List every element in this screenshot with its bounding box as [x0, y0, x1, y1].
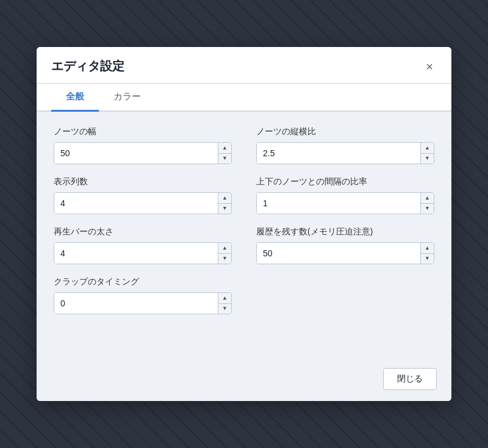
spinbox-note-aspect: ▲ ▼: [256, 142, 434, 164]
spinbox-bar-thickness: ▲ ▼: [54, 242, 232, 264]
label-clap-timing: クラップのタイミング: [54, 276, 232, 287]
spin-up-note-spacing[interactable]: ▲: [421, 193, 434, 204]
spin-up-note-aspect[interactable]: ▲: [421, 143, 434, 154]
dialog-title: エディタ設定: [51, 58, 124, 74]
spin-up-bar-thickness[interactable]: ▲: [218, 243, 231, 254]
field-note-spacing: 上下のノーツとの間隔の比率 ▲ ▼: [256, 176, 434, 214]
field-note-aspect: ノーツの縦横比 ▲ ▼: [256, 126, 434, 164]
label-note-width: ノーツの幅: [54, 126, 232, 137]
dialog: エディタ設定 × 全般 カラー ノーツの幅 ▲ ▼: [37, 47, 451, 401]
label-history-count: 履歴を残す数(メモリ圧迫注意): [256, 226, 434, 237]
spinbox-note-spacing: ▲ ▼: [256, 192, 434, 214]
spin-down-display-columns[interactable]: ▼: [218, 204, 231, 214]
tabs-bar: 全般 カラー: [37, 84, 451, 112]
spinbox-buttons-note-width: ▲ ▼: [218, 143, 231, 164]
input-history-count[interactable]: [257, 243, 420, 264]
spin-up-clap-timing[interactable]: ▲: [218, 293, 231, 304]
field-display-columns: 表示列数 ▲ ▼: [54, 176, 232, 214]
field-bar-thickness: 再生バーの太さ ▲ ▼: [54, 226, 232, 264]
spinbox-buttons-display-columns: ▲ ▼: [218, 193, 231, 214]
spin-up-note-width[interactable]: ▲: [218, 143, 231, 154]
field-history-count: 履歴を残す数(メモリ圧迫注意) ▲ ▼: [256, 226, 434, 264]
dialog-footer: 閉じる: [37, 361, 451, 401]
spinbox-history-count: ▲ ▼: [256, 242, 434, 264]
spinbox-note-width: ▲ ▼: [54, 142, 232, 164]
dialog-header: エディタ設定 ×: [37, 47, 451, 84]
spin-down-clap-timing[interactable]: ▼: [218, 304, 231, 314]
input-note-spacing[interactable]: [257, 193, 420, 214]
close-dialog-button[interactable]: 閉じる: [383, 368, 437, 390]
field-note-width: ノーツの幅 ▲ ▼: [54, 126, 232, 164]
spin-down-note-spacing[interactable]: ▼: [421, 204, 434, 214]
input-display-columns[interactable]: [54, 193, 218, 214]
spinbox-display-columns: ▲ ▼: [54, 192, 232, 214]
spinbox-buttons-note-aspect: ▲ ▼: [420, 143, 434, 164]
field-clap-timing: クラップのタイミング ▲ ▼: [54, 276, 232, 314]
spin-down-note-width[interactable]: ▼: [218, 154, 231, 164]
spinbox-buttons-history-count: ▲ ▼: [420, 243, 434, 264]
fields-grid: ノーツの幅 ▲ ▼ ノーツの縦横比 ▲ ▼: [54, 126, 434, 314]
input-clap-timing[interactable]: [54, 293, 218, 314]
spin-down-note-aspect[interactable]: ▼: [421, 154, 434, 164]
spinbox-buttons-bar-thickness: ▲ ▼: [218, 243, 231, 264]
label-display-columns: 表示列数: [54, 176, 232, 187]
input-bar-thickness[interactable]: [54, 243, 218, 264]
spin-up-history-count[interactable]: ▲: [421, 243, 434, 254]
spin-down-history-count[interactable]: ▼: [421, 254, 434, 264]
label-note-aspect: ノーツの縦横比: [256, 126, 434, 137]
input-note-width[interactable]: [54, 143, 218, 164]
close-x-button[interactable]: ×: [422, 59, 437, 74]
spinbox-buttons-note-spacing: ▲ ▼: [420, 193, 434, 214]
spinbox-clap-timing: ▲ ▼: [54, 292, 232, 314]
spin-down-bar-thickness[interactable]: ▼: [218, 254, 231, 264]
label-note-spacing: 上下のノーツとの間隔の比率: [256, 176, 434, 187]
tab-general[interactable]: 全般: [51, 84, 99, 112]
input-note-aspect[interactable]: [257, 143, 420, 164]
spinbox-buttons-clap-timing: ▲ ▼: [218, 293, 231, 314]
dialog-body: ノーツの幅 ▲ ▼ ノーツの縦横比 ▲ ▼: [37, 112, 451, 361]
label-bar-thickness: 再生バーの太さ: [54, 226, 232, 237]
spin-up-display-columns[interactable]: ▲: [218, 193, 231, 204]
tab-color[interactable]: カラー: [99, 84, 156, 112]
